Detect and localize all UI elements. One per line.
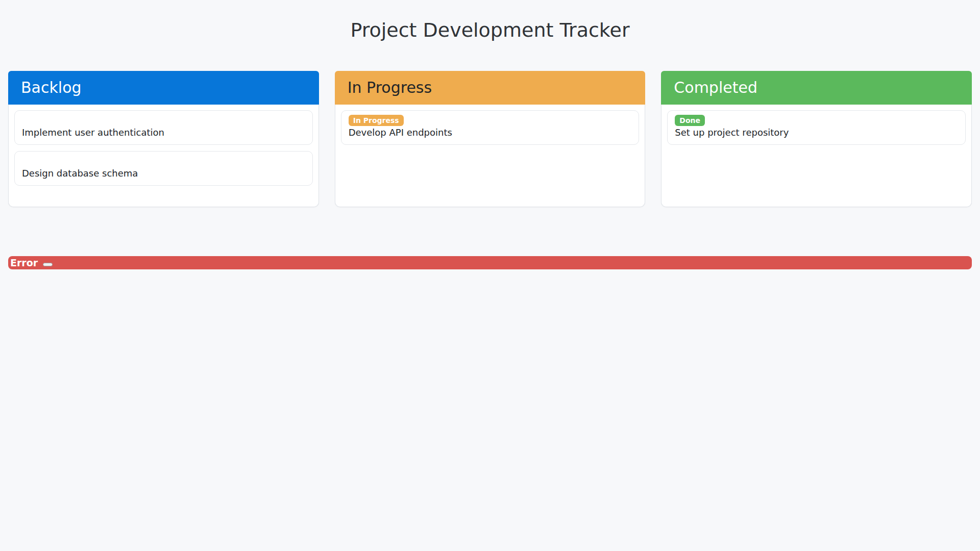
error-bar: Error: [8, 256, 972, 269]
card-title: Implement user authentication: [22, 127, 305, 138]
column-card-list-completed[interactable]: Done Set up project repository: [661, 105, 972, 207]
column-header-in-progress: In Progress: [335, 71, 646, 105]
card-badge-row: In Progress: [349, 115, 632, 126]
column-card-list-backlog[interactable]: Implement user authentication Design dat…: [8, 105, 319, 207]
column-header-completed: Completed: [661, 71, 972, 105]
kanban-column-backlog: Backlog Implement user authentication De…: [8, 71, 319, 207]
card-title: Set up project repository: [675, 127, 958, 138]
card-badge-row: [22, 156, 305, 167]
error-label: Error: [10, 256, 38, 269]
card-title: Design database schema: [22, 168, 305, 179]
column-header-backlog: Backlog: [8, 71, 319, 105]
card-badge-row: [22, 115, 305, 126]
kanban-column-completed: Completed Done Set up project repository: [661, 71, 972, 207]
task-card[interactable]: Implement user authentication: [14, 110, 313, 145]
status-badge: Done: [675, 115, 705, 126]
page-title: Project Development Tracker: [0, 18, 980, 43]
status-badge: In Progress: [349, 115, 404, 126]
kanban-board: Backlog Implement user authentication De…: [8, 71, 972, 207]
kanban-column-in-progress: In Progress In Progress Develop API endp…: [335, 71, 646, 207]
task-card[interactable]: Design database schema: [14, 151, 313, 186]
column-card-list-in-progress[interactable]: In Progress Develop API endpoints: [335, 105, 646, 207]
card-badge-row: Done: [675, 115, 958, 126]
task-card[interactable]: In Progress Develop API endpoints: [341, 110, 640, 145]
task-card[interactable]: Done Set up project repository: [667, 110, 966, 145]
error-progress-pill: [43, 263, 53, 266]
card-title: Develop API endpoints: [349, 127, 632, 138]
